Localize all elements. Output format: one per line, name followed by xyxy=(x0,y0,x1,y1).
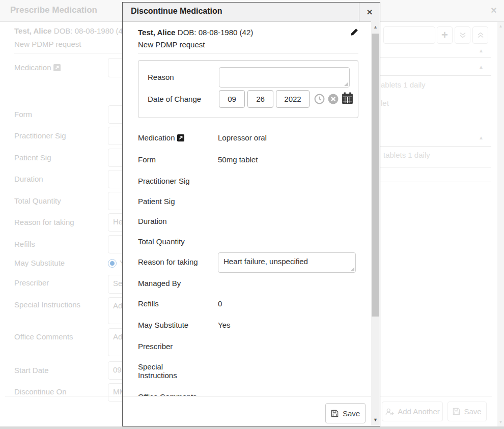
bg-med-row: tablets 1 daily xyxy=(383,151,430,159)
background-patient-dob: DOB: 08-08-1980 (42 xyxy=(54,26,127,35)
add-another-button: Add Another xyxy=(382,402,443,421)
patient-dob: DOB: 08-08-1980 (42) xyxy=(178,28,253,37)
bg-section-divider xyxy=(377,146,491,147)
pdmp-request: New PDMP request xyxy=(138,40,205,49)
modal-header: Discontinue Medication × xyxy=(123,3,380,22)
background-page-title: Prescribe Medication xyxy=(10,5,97,15)
scroll-up-icon[interactable]: ▲ xyxy=(371,24,380,30)
reason-for-taking-value: Heart failure, unspecified xyxy=(223,257,308,266)
bg-section-divider xyxy=(377,57,491,58)
field-label-patient-sig: Patient Sig xyxy=(138,197,175,206)
patient-name: Test, Alice xyxy=(138,28,175,37)
calendar-icon[interactable] xyxy=(342,92,353,104)
change-box: Reason Date of Change 09 26 2022 xyxy=(138,60,358,118)
bg-section-divider xyxy=(377,167,491,168)
external-link-icon xyxy=(53,64,61,71)
modal-close-button[interactable]: × xyxy=(359,3,380,21)
collapse-caret-icon: ▲ xyxy=(479,135,484,140)
double-chevron-down-icon xyxy=(455,26,470,44)
background-patient-name: Test, Alice xyxy=(14,26,51,35)
bg-label-medication: Medication xyxy=(14,63,61,72)
bg-save-label: Save xyxy=(464,407,481,416)
field-label-prescriber: Prescriber xyxy=(138,342,173,351)
double-chevron-up-icon xyxy=(472,26,488,44)
reason-textarea[interactable] xyxy=(219,67,350,88)
field-label-practitioner-sig: Practitioner Sig xyxy=(138,177,190,185)
bg-label-may-substitute: May Substitute xyxy=(14,259,65,267)
field-label-reason-for-taking: Reason for taking xyxy=(138,258,198,266)
bg-label-form: Form xyxy=(14,110,32,119)
bg-label-refills: Refills xyxy=(14,240,35,248)
field-label-may-substitute: May Substitute xyxy=(138,321,188,329)
modal-patient-line: Test, Alice DOB: 08-08-1980 (42) xyxy=(138,28,253,37)
field-label-total-quantity: Total Quantity xyxy=(138,237,185,246)
save-button[interactable]: Save xyxy=(325,403,366,423)
bg-label-duration: Duration xyxy=(14,175,43,183)
field-value-may-substitute: Yes xyxy=(218,321,230,329)
field-label-medication: Medication xyxy=(138,133,184,142)
collapse-caret-icon: ▲ xyxy=(479,64,484,70)
bg-label-discontinue-on: Discontinue On xyxy=(14,387,67,396)
bg-section-divider xyxy=(377,75,491,76)
bg-label-start-date: Start Date xyxy=(14,366,49,375)
clear-circle-icon[interactable] xyxy=(328,94,339,104)
scroll-up-icon[interactable]: ▲ xyxy=(497,24,504,28)
background-pdmp-request: New PDMP request xyxy=(14,40,81,48)
date-day-input[interactable]: 26 xyxy=(247,90,273,108)
date-year-input[interactable]: 2022 xyxy=(276,90,310,108)
field-label-duration: Duration xyxy=(138,217,167,225)
external-link-icon[interactable] xyxy=(177,134,184,141)
bg-section-divider xyxy=(377,182,491,182)
resize-handle[interactable] xyxy=(350,267,354,271)
modal-scrollbar[interactable]: ▲ ▼ xyxy=(371,21,380,426)
close-icon: × xyxy=(367,7,372,18)
scroll-down-icon[interactable]: ▼ xyxy=(497,420,504,424)
add-person-icon xyxy=(385,408,394,416)
scroll-down-icon[interactable]: ▼ xyxy=(371,417,380,422)
bg-save-button: Save xyxy=(447,402,487,421)
plus-icon: + xyxy=(437,26,453,44)
radio-selected-icon xyxy=(108,259,117,268)
field-label-managed-by: Managed By xyxy=(138,279,181,288)
edit-pencil-icon[interactable] xyxy=(350,28,358,36)
background-close-icon: × xyxy=(491,5,497,16)
save-label: Save xyxy=(343,409,360,418)
bg-label-reason-for-taking: Reason for taking xyxy=(14,218,74,226)
date-of-change-label: Date of Change xyxy=(148,95,201,103)
bg-med-row: ablets 1 daily xyxy=(381,80,426,89)
field-value-form: 50mg tablet xyxy=(218,155,258,164)
reason-label: Reason xyxy=(148,73,174,81)
bg-med-row: let xyxy=(381,99,389,107)
scrollbar-thumb[interactable] xyxy=(372,34,379,317)
modal-footer: Save xyxy=(123,396,380,426)
modal-patient-divider xyxy=(138,53,358,53)
field-label-special-instructions: Special Instructions xyxy=(138,362,185,380)
bg-label-prescriber: Prescriber xyxy=(14,278,49,287)
save-floppy-icon xyxy=(453,408,460,415)
screen: Prescribe Medication × Test, Alice DOB: … xyxy=(0,0,504,429)
field-label-refills: Refills xyxy=(138,299,159,308)
bottom-strip xyxy=(0,426,504,429)
modal-title: Discontinue Medication xyxy=(131,7,222,16)
field-label-form: Form xyxy=(138,155,156,164)
resize-handle[interactable] xyxy=(344,82,348,86)
reason-for-taking-textarea[interactable]: Heart failure, unspecified xyxy=(218,252,356,273)
field-value-refills: 0 xyxy=(218,299,222,308)
field-value-medication: Lopressor oral xyxy=(218,133,267,142)
bg-label-office-comments: Office Comments xyxy=(14,332,73,341)
bg-label-total-quantity: Total Quantity xyxy=(14,196,61,205)
background-patient-line: Test, Alice DOB: 08-08-1980 (42 xyxy=(14,26,127,36)
date-month-input[interactable]: 09 xyxy=(219,90,245,108)
save-floppy-icon xyxy=(331,410,339,417)
discontinue-medication-dialog: Discontinue Medication × Test, Alice DOB… xyxy=(122,2,380,426)
bg-label-patient-sig: Patient Sig xyxy=(14,153,51,162)
bg-search-input xyxy=(383,26,435,44)
add-another-label: Add Another xyxy=(398,407,440,416)
clock-icon[interactable] xyxy=(314,94,325,104)
bg-label-practitioner-sig: Practitioner Sig xyxy=(14,131,66,140)
page-scrollbar[interactable]: ▲ ▼ xyxy=(497,22,504,426)
background-divider xyxy=(14,53,122,53)
collapse-caret-icon: ▲ xyxy=(479,48,484,53)
bg-label-special-instructions: Special Instructions xyxy=(14,300,80,309)
